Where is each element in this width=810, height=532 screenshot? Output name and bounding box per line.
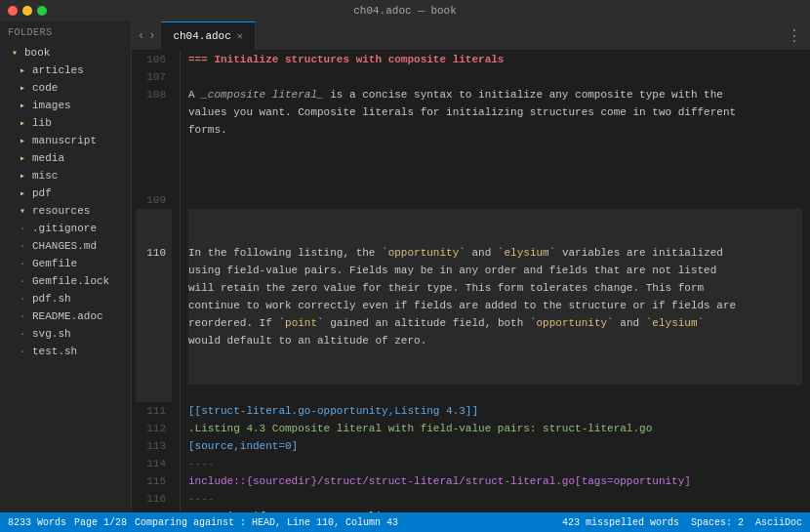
- ln-116: 116: [136, 490, 172, 508]
- code-line-110h: [188, 349, 802, 367]
- sidebar: FOLDERS book articles code images lib ma…: [0, 21, 132, 512]
- title-bar: ch04.adoc — book: [0, 0, 810, 21]
- ln-109: 109: [136, 191, 172, 209]
- file-icon: [16, 257, 29, 270]
- folder-open-icon: [8, 46, 21, 60]
- code-line-110f: reordered. If `point` gained an altitude…: [188, 314, 802, 332]
- sidebar-item-resources[interactable]: resources: [0, 202, 131, 220]
- folder-closed-icon: [16, 99, 29, 112]
- page-info: Page 1/28: [74, 517, 127, 528]
- window-title: ch04.adoc — book: [353, 5, 457, 17]
- ln-113: 113: [136, 437, 172, 455]
- forward-arrow[interactable]: ›: [148, 29, 155, 43]
- folder-open-icon: [16, 204, 29, 218]
- file-icon: [16, 327, 29, 341]
- editor: ‹ › ch04.adoc ✕ ⋮ 106 107 108: [132, 21, 810, 512]
- back-arrow[interactable]: ‹: [138, 29, 144, 43]
- tab-ch04[interactable]: ch04.adoc ✕: [161, 21, 255, 50]
- file-icon: [16, 222, 29, 235]
- close-button[interactable]: [8, 6, 18, 16]
- code-line-110c: using field-value pairs. Fields may be i…: [188, 262, 802, 279]
- tab-close-button[interactable]: ✕: [237, 30, 243, 42]
- code-line-110g: would default to an altitude of zero.: [188, 332, 802, 349]
- ln-blank11: [136, 314, 172, 332]
- main-container: FOLDERS book articles code images lib ma…: [0, 21, 810, 512]
- sidebar-item-readme[interactable]: README.adoc: [0, 307, 131, 325]
- code-line-107: [188, 68, 802, 86]
- code-line-115: ----: [188, 455, 802, 472]
- sidebar-item-media[interactable]: media: [0, 149, 131, 167]
- folder-closed-icon: [16, 116, 29, 130]
- ln-blank2: [136, 121, 172, 139]
- spaces-setting: Spaces: 2: [691, 517, 744, 528]
- ln-blank7: [136, 226, 172, 244]
- ln-blank3: [136, 139, 172, 156]
- ln-blank10: [136, 297, 172, 314]
- file-icon: [16, 309, 29, 323]
- file-icon: [16, 239, 29, 253]
- sidebar-header: FOLDERS: [0, 21, 131, 44]
- folder-closed-icon: [16, 63, 29, 77]
- code-content: 106 107 108 109 110: [132, 51, 810, 512]
- sidebar-item-misc[interactable]: misc: [0, 167, 131, 184]
- sidebar-item-pdfsh[interactable]: pdf.sh: [0, 290, 131, 307]
- status-right: 423 misspelled words Spaces: 2 AsciiDoc: [562, 517, 802, 528]
- code-line-110i: [188, 367, 802, 385]
- ln-110: 110: [136, 244, 172, 262]
- ln-blank12: [136, 332, 172, 349]
- sidebar-item-svgsh[interactable]: svg.sh: [0, 325, 131, 343]
- maximize-button[interactable]: [37, 6, 47, 16]
- status-left: 8233 Words Page 1/28 Comparing against :…: [8, 517, 398, 528]
- file-type: AsciiDoc: [755, 517, 802, 528]
- ln-blank15: [136, 385, 172, 402]
- ln-blank13: [136, 349, 172, 367]
- code-line-108c: forms.: [188, 121, 802, 139]
- code-line-blank3: [188, 174, 802, 191]
- sidebar-item-gemfile[interactable]: Gemfile: [0, 255, 131, 272]
- folder-closed-icon: [16, 151, 29, 165]
- minimize-button[interactable]: [22, 6, 32, 16]
- file-icon: [16, 292, 29, 306]
- code-line-110-main: In the following listing, the `opportuni…: [188, 244, 802, 262]
- code-line-110a: [188, 209, 802, 226]
- code-line-113: .Listing 4.3 Composite literal with fiel…: [188, 420, 802, 437]
- code-line-108: A _composite literal_ is a concise synta…: [188, 86, 802, 103]
- folder-closed-icon: [16, 81, 29, 95]
- ln-111: 111: [136, 402, 172, 420]
- nav-arrows: ‹ ›: [132, 21, 161, 50]
- comparing-info: Comparing against : HEAD, Line 110, Colu…: [135, 517, 398, 528]
- code-line-117: ----: [188, 490, 802, 508]
- traffic-lights: [8, 6, 47, 16]
- line-numbers: 106 107 108 109 110: [132, 51, 181, 512]
- sidebar-item-testsh[interactable]: test.sh: [0, 343, 131, 360]
- folder-closed-icon: [16, 134, 29, 147]
- code-line-110b: [188, 226, 802, 244]
- sidebar-item-articles[interactable]: articles: [0, 61, 131, 79]
- code-line-112: [[struct-literal.go-opportunity,Listing …: [188, 402, 802, 420]
- folder-closed-icon: [16, 169, 29, 183]
- code-area[interactable]: 106 107 108 109 110: [132, 51, 810, 512]
- word-count: 8233 Words: [8, 517, 66, 528]
- sidebar-item-book[interactable]: book: [0, 44, 131, 61]
- file-icon: [16, 345, 29, 358]
- code-line-106: === Initialize structures with composite…: [188, 51, 802, 68]
- ln-114: 114: [136, 455, 172, 472]
- ln-blank9: [136, 279, 172, 297]
- sidebar-item-code[interactable]: code: [0, 79, 131, 97]
- sidebar-item-gitignore[interactable]: .gitignore: [0, 220, 131, 237]
- sidebar-item-lib[interactable]: lib: [0, 114, 131, 132]
- sidebar-item-pdf[interactable]: pdf: [0, 184, 131, 202]
- tab-more-button[interactable]: ⋮: [779, 21, 810, 50]
- ln-115: 115: [136, 472, 172, 490]
- folder-closed-icon: [16, 186, 29, 200]
- ln-blank8: [136, 262, 172, 279]
- sidebar-item-changes[interactable]: CHANGES.md: [0, 237, 131, 255]
- sidebar-item-gemfilelock[interactable]: Gemfile.lock: [0, 272, 131, 290]
- ln-107: 107: [136, 68, 172, 86]
- status-bar: 8233 Words Page 1/28 Comparing against :…: [0, 512, 810, 532]
- sidebar-item-images[interactable]: images: [0, 97, 131, 114]
- code-line-108b: values you want. Composite literals for …: [188, 103, 802, 121]
- sidebar-item-manuscript[interactable]: manuscript: [0, 132, 131, 149]
- code-lines: === Initialize structures with composite…: [181, 51, 810, 512]
- code-line-114: [source,indent=0]: [188, 437, 802, 455]
